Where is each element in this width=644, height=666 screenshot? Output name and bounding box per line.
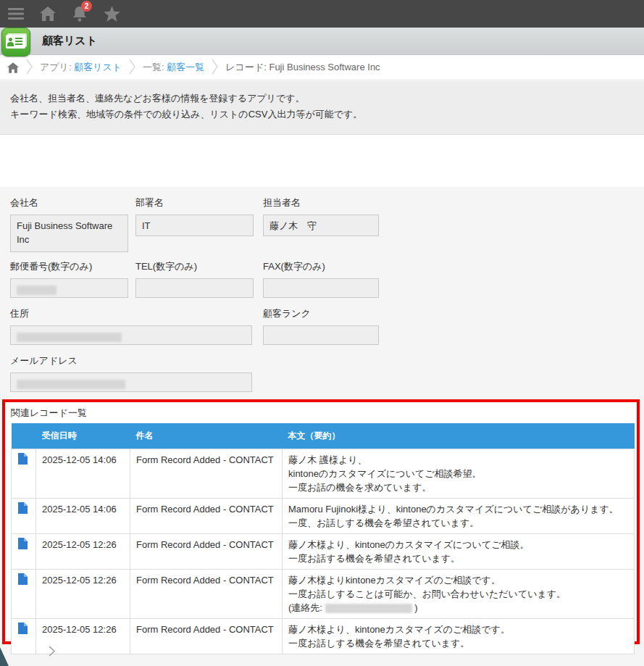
customer-app-icon[interactable] [1, 28, 30, 57]
description-line-2: キーワード検索、地域等の条件での絞り込み、リストのCSV入出力等が可能です。 [10, 107, 644, 122]
record-body-summary: 藤ノ木 護様より、kintoneのカスタマイズについてご相談希望。一度お話の機会… [283, 449, 635, 499]
contact-card-icon [6, 35, 25, 49]
field-email: メールアドレス [10, 354, 252, 392]
field-zip-label: 郵便番号(数字のみ) [10, 260, 128, 273]
field-company: 会社名 Fuji Business Software Inc [10, 196, 128, 252]
record-file-icon[interactable] [12, 499, 36, 534]
record-body-summary: Mamoru Fujinoki様より、kintoneのカスタマイズについてご相談… [283, 499, 635, 534]
description-line-1: 会社名、担当者名、連絡先などお客様の情報を登録するアプリです。 [10, 91, 644, 107]
field-rank: 顧客ランク [263, 307, 379, 345]
record-received-datetime: 2025-12-05 12:26 [36, 570, 130, 619]
field-rank-label: 顧客ランク [263, 307, 379, 320]
notifications-bell-icon[interactable]: 2 [64, 0, 96, 28]
related-records-table-body: 2025-12-05 14:06Form Record Added - CONT… [12, 449, 635, 654]
redacted-value [17, 333, 122, 342]
breadcrumb-app: アプリ: 顧客リスト [40, 61, 122, 74]
record-file-icon[interactable] [12, 619, 36, 654]
column-header-icon [12, 423, 36, 449]
favorites-star-icon[interactable] [96, 0, 127, 28]
related-record-row: 2025-12-05 12:26Form Record Added - CONT… [12, 534, 635, 570]
top-navigation-bar: 2 [0, 0, 644, 28]
record-subject: Form Record Added - CONTACT [130, 449, 283, 499]
record-body-summary: 藤ノ木様より、kintoneのカスタマイズについてご相談。一度お話する機会を希望… [283, 534, 635, 570]
breadcrumb-view: 一覧: 顧客一覧 [143, 61, 204, 74]
column-header-subject: 件名 [130, 423, 283, 449]
related-record-row: 2025-12-05 14:06Form Record Added - CONT… [12, 499, 635, 534]
field-tel-value [135, 278, 254, 298]
breadcrumb: アプリ: 顧客リスト 一覧: 顧客一覧 レコード: Fuji Business … [0, 55, 644, 80]
record-file-icon[interactable] [12, 570, 36, 619]
record-received-datetime: 2025-12-05 12:26 [36, 534, 130, 570]
breadcrumb-separator-icon [212, 59, 218, 77]
field-person-label: 担当者名 [263, 196, 379, 209]
field-zip: 郵便番号(数字のみ) [10, 260, 128, 298]
record-file-icon[interactable] [12, 534, 36, 570]
field-tel: TEL(数字のみ) [135, 260, 254, 298]
breadcrumb-view-link[interactable]: 顧客一覧 [167, 62, 204, 72]
breadcrumb-record-label: レコード: Fuji Business Software Inc [225, 61, 380, 74]
record-subject: Form Record Added - CONTACT [130, 499, 283, 534]
home-icon[interactable] [32, 0, 64, 28]
record-subject: Form Record Added - CONTACT [130, 619, 283, 654]
hamburger-menu-icon[interactable] [0, 0, 32, 28]
field-department-label: 部署名 [135, 196, 254, 209]
related-records-header-row: 受信日時 件名 本文（要約） [12, 423, 635, 449]
breadcrumb-app-prefix: アプリ: [40, 62, 74, 72]
redacted-value [17, 286, 57, 295]
breadcrumb-app-link[interactable]: 顧客リスト [74, 62, 122, 72]
record-subject: Form Record Added - CONTACT [130, 570, 283, 619]
related-record-row: 2025-12-05 12:26Form Record Added - CONT… [12, 570, 635, 619]
column-header-body: 本文（要約） [283, 423, 635, 449]
app-title: 顧客リスト [42, 34, 97, 48]
field-email-label: メールアドレス [10, 354, 252, 367]
breadcrumb-view-prefix: 一覧: [143, 62, 167, 72]
redacted-value [17, 380, 125, 389]
field-fax: FAX(数字のみ) [263, 260, 379, 298]
column-header-received: 受信日時 [36, 423, 130, 449]
field-email-value [10, 372, 252, 392]
record-body-summary: 藤ノ木様より、kintoneカスタマイズのご相談です。一度お話しする機会を希望さ… [283, 619, 635, 654]
field-tel-label: TEL(数字のみ) [135, 260, 254, 273]
related-record-row: 2025-12-05 12:26Form Record Added - CONT… [12, 619, 635, 654]
field-department: 部署名 IT [135, 196, 254, 236]
field-address: 住所 [10, 307, 252, 345]
field-person: 担当者名 藤ノ木 守 [263, 196, 379, 236]
field-department-value: IT [135, 215, 254, 236]
field-company-value: Fuji Business Software Inc [10, 215, 128, 252]
record-received-datetime: 2025-12-05 14:06 [36, 499, 130, 534]
field-fax-value [263, 278, 379, 298]
breadcrumb-separator-icon [26, 59, 33, 77]
breadcrumb-separator-icon [129, 59, 135, 77]
redacted-value [325, 604, 412, 613]
record-received-datetime: 2025-12-05 14:06 [36, 449, 130, 499]
related-records-section: 関連レコード一覧 受信日時 件名 本文（要約） 2025-12-05 14:06… [2, 399, 640, 644]
expand-chevron-icon[interactable] [46, 645, 57, 660]
record-subject: Form Record Added - CONTACT [130, 534, 283, 570]
related-records-title: 関連レコード一覧 [5, 402, 637, 423]
field-person-value: 藤ノ木 守 [263, 215, 379, 236]
notification-badge: 2 [81, 1, 92, 12]
field-rank-value [263, 325, 379, 345]
breadcrumb-home-icon[interactable] [7, 62, 19, 73]
record-body-summary: 藤ノ木様よりkintoneカスタマイズのご相談です。一度お話しすることは可能か、… [283, 570, 635, 619]
field-address-value [10, 325, 252, 345]
related-records-table: 受信日時 件名 本文（要約） 2025-12-05 14:06Form Reco… [11, 423, 635, 654]
field-address-label: 住所 [10, 307, 252, 320]
field-zip-value [10, 278, 128, 298]
record-file-icon[interactable] [12, 449, 36, 499]
field-company-label: 会社名 [10, 196, 128, 209]
screen: 2 顧客リスト アプリ: 顧客リスト 一覧: 顧客一覧 レコード: Fuji B… [0, 0, 644, 666]
app-description: 会社名、担当者名、連絡先などお客様の情報を登録するアプリです。 キーワード検索、… [0, 81, 644, 135]
field-fax-label: FAX(数字のみ) [263, 260, 379, 273]
related-record-row: 2025-12-05 14:06Form Record Added - CONT… [12, 449, 635, 499]
